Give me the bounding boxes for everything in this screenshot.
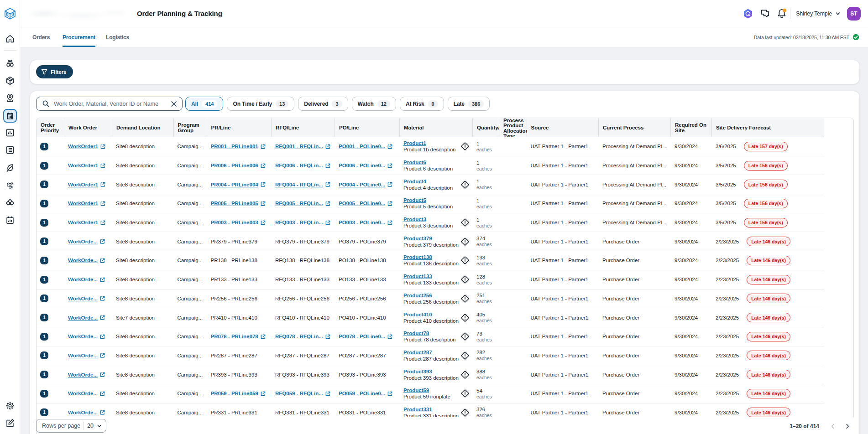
tab-procurement[interactable]: Procurement (63, 27, 95, 47)
material-link[interactable]: Product6 (403, 159, 426, 165)
user-menu[interactable]: Shirley Temple (796, 10, 841, 17)
work-order-link[interactable]: WorkOrder1 (68, 163, 106, 169)
material-link[interactable]: Product379 (403, 235, 432, 242)
po-line-link[interactable]: PO003 - POLine0... (339, 220, 393, 226)
pr-line-link[interactable]: PR001 - PRLine001 (211, 144, 266, 150)
work-order-link[interactable]: WorkOrde... (68, 295, 105, 301)
pr-line-link[interactable]: PR078 - PRLine078 (211, 334, 266, 340)
rfq-line-link[interactable]: RFQ004 - RFQLin... (275, 181, 331, 187)
material-link[interactable]: Product410 (403, 311, 432, 318)
work-order-link[interactable]: WorkOrde... (68, 352, 105, 358)
pr-line-link[interactable]: PR006 - PRLine006 (211, 163, 266, 169)
material-link[interactable]: Product256 (403, 292, 432, 299)
clear-search-icon[interactable] (170, 100, 178, 108)
material-link[interactable]: Product138 (403, 254, 432, 260)
chip-all[interactable]: All 414 (185, 97, 223, 111)
chip-watch[interactable]: Watch 12 (352, 97, 396, 111)
sidebar-feedback-edit-icon[interactable] (5, 418, 15, 428)
rfq-line-link[interactable]: RFQ059 - RFQLin... (275, 391, 331, 397)
col-header-order-priority[interactable]: Order Priority (37, 118, 64, 137)
col-header-work-order[interactable]: Work Order (64, 118, 112, 137)
sidebar-item-orders-icon[interactable] (6, 111, 14, 121)
material-link[interactable]: Product287 (403, 349, 432, 356)
work-order-link[interactable]: WorkOrde... (68, 372, 105, 377)
tab-orders[interactable]: Orders (32, 27, 50, 47)
rfq-line-link[interactable]: RFQ078 - RFQLin... (275, 334, 331, 340)
work-order-link[interactable]: WorkOrder1 (68, 144, 106, 150)
sidebar-item-list-icon[interactable] (5, 145, 15, 155)
material-link[interactable]: Product4 (403, 178, 426, 185)
po-line-link[interactable]: PO001 - POLine0... (339, 144, 393, 150)
sidebar-item-analytics-icon[interactable] (5, 128, 15, 138)
col-header-quantity[interactable]: Quantity/ (472, 118, 499, 137)
chip-late[interactable]: Late 386 (448, 97, 490, 111)
material-link[interactable]: Product133 (403, 273, 432, 279)
work-order-link[interactable]: WorkOrder1 (68, 220, 106, 226)
search-input[interactable] (54, 101, 170, 107)
chip-on-time-early[interactable]: On Time / Early 13 (227, 97, 294, 111)
col-header-po-line[interactable]: PO/Line (335, 118, 399, 137)
avatar[interactable]: ST (847, 7, 861, 21)
col-header-rfq-line[interactable]: RFQ/Line (271, 118, 335, 137)
work-order-link[interactable]: WorkOrde... (68, 277, 105, 283)
pr-line-link[interactable]: PR005 - PRLine005 (211, 201, 266, 207)
next-page-icon[interactable] (842, 421, 853, 432)
po-line-link[interactable]: PO006 - POLine0... (339, 163, 393, 169)
filters-button[interactable]: Filters (36, 65, 73, 78)
assistant-q-icon[interactable] (743, 8, 753, 19)
app-logo-cube-icon[interactable] (4, 7, 16, 20)
chat-icon[interactable] (760, 8, 771, 19)
sidebar-item-home-icon[interactable] (5, 34, 15, 44)
table-row: 1WorkOrde...Site8 descriptionCampaig...P… (37, 384, 824, 403)
po-line-link[interactable]: PO078 - POLine0... (339, 334, 393, 340)
sidebar-item-sustainability-icon[interactable] (5, 163, 15, 173)
rfq-line-link[interactable]: RFQ003 - RFQLin... (275, 220, 331, 226)
work-order-link[interactable]: WorkOrder1 (68, 181, 106, 187)
work-order-link[interactable]: WorkOrde... (68, 238, 105, 244)
material-link[interactable]: Product3 (403, 216, 426, 222)
sidebar-settings-gear-icon[interactable] (5, 401, 15, 411)
rfq-line-link[interactable]: RFQ005 - RFQLin... (275, 201, 331, 207)
col-header-required-on-site[interactable]: Required On Site (670, 118, 711, 137)
work-order-link[interactable]: WorkOrde... (68, 258, 105, 264)
material-link[interactable]: Product393 (403, 368, 432, 375)
col-header-site-delivery-forecast[interactable]: Site Delivery Forecast (711, 118, 824, 137)
sidebar-item-network-icon[interactable] (5, 198, 15, 208)
notifications-bell-icon[interactable] (776, 8, 787, 19)
chip-at-risk[interactable]: At Risk 0 (400, 97, 444, 111)
col-header-current-process[interactable]: Current Process (598, 118, 670, 137)
material-link[interactable]: Product1 (403, 140, 426, 146)
sidebar-item-package-icon[interactable] (5, 76, 15, 86)
sidebar-item-binoculars-icon[interactable] (5, 58, 15, 68)
sidebar-item-location-icon[interactable] (5, 93, 15, 103)
po-line-link[interactable]: PO005 - POLine0... (339, 201, 393, 207)
chip-delivered[interactable]: Delivered 3 (298, 97, 348, 111)
col-header-process-product-allocation-type[interactable]: Process Product Allocation Type (499, 118, 527, 137)
sidebar-item-insights-icon[interactable] (5, 180, 15, 190)
sidebar-item-planning-icon[interactable] (5, 215, 15, 225)
pr-line-link[interactable]: PR004 - PRLine004 (211, 181, 266, 187)
col-header-demand-location[interactable]: Demand Location (112, 118, 173, 137)
rfq-line-link[interactable]: RFQ006 - RFQLin... (275, 163, 331, 169)
rfq-line-link[interactable]: RFQ001 - RFQLin... (275, 144, 331, 150)
col-header-program-group[interactable]: Program Group (173, 118, 207, 137)
material-link[interactable]: Product78 (403, 330, 429, 336)
pr-line-link[interactable]: PR003 - PRLine003 (211, 220, 266, 226)
material-link[interactable]: Product331 (403, 406, 432, 413)
rows-per-page-select[interactable]: Rows per page 20 (36, 419, 106, 433)
work-order-link[interactable]: WorkOrde... (68, 391, 105, 397)
col-header-pr-line[interactable]: PR/Line (207, 118, 272, 137)
material-link[interactable]: Product59 (403, 387, 429, 393)
col-header-source[interactable]: Source (527, 118, 599, 137)
work-order-link[interactable]: WorkOrde... (68, 334, 105, 340)
pr-line-link[interactable]: PR059 - PRLine059 (211, 391, 266, 397)
tab-logistics[interactable]: Logistics (106, 27, 129, 47)
po-line-link[interactable]: PO004 - POLine0... (339, 181, 393, 187)
material-link[interactable]: Product5 (403, 197, 426, 203)
col-header-material[interactable]: Material (399, 118, 472, 137)
work-order-link[interactable]: WorkOrde... (68, 409, 105, 415)
work-order-link[interactable]: WorkOrde... (68, 315, 105, 320)
po-line-link[interactable]: PO059 - POLine0... (339, 391, 393, 397)
work-order-link[interactable]: WorkOrder1 (68, 201, 106, 207)
previous-page-icon[interactable] (827, 421, 838, 432)
